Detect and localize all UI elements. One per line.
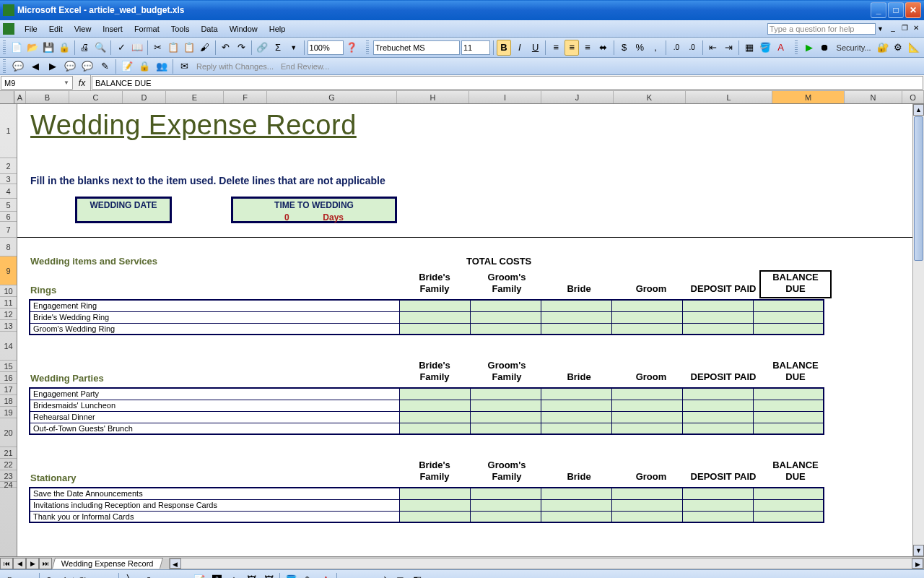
value-cell[interactable]	[753, 411, 824, 423]
help-search[interactable]	[767, 23, 876, 35]
col-header-H[interactable]: H	[397, 91, 469, 103]
value-cell[interactable]	[399, 300, 470, 311]
menu-edit[interactable]: Edit	[43, 23, 69, 35]
wedding-date-value[interactable]	[75, 212, 172, 223]
sort-button[interactable]: ▼	[287, 40, 301, 56]
research-button[interactable]: 📖	[130, 40, 144, 56]
doc-restore-button[interactable]: ❐	[899, 24, 910, 34]
line-color-button[interactable]: ✎	[300, 572, 316, 579]
value-cell[interactable]	[470, 511, 541, 522]
menu-help[interactable]: Help	[263, 23, 292, 35]
mail-button[interactable]: ✉	[176, 59, 192, 74]
value-cell[interactable]	[753, 400, 824, 411]
macro-record-icon[interactable]: ⏺	[818, 40, 832, 56]
row-header-21[interactable]: 21	[0, 447, 17, 459]
comma-button[interactable]: ,	[648, 40, 663, 56]
value-cell[interactable]	[611, 423, 682, 434]
row-header-2[interactable]: 2	[0, 158, 17, 174]
row-header-4[interactable]: 4	[0, 184, 17, 199]
value-cell[interactable]	[753, 388, 824, 400]
menu-data[interactable]: Data	[195, 23, 223, 35]
name-box[interactable]: M9 ▼	[1, 76, 73, 90]
oval-button[interactable]: ○	[174, 572, 190, 579]
value-cell[interactable]	[682, 311, 753, 323]
comment-next-button[interactable]: ▶	[45, 59, 61, 74]
decrease-indent-button[interactable]: ⇤	[705, 40, 720, 56]
value-cell[interactable]	[541, 511, 611, 522]
value-cell[interactable]	[399, 423, 470, 434]
doc-minimize-button[interactable]: _	[888, 24, 898, 34]
line-style-button[interactable]: ≡	[340, 572, 356, 579]
value-cell[interactable]	[399, 311, 470, 323]
col-header-L[interactable]: L	[686, 91, 772, 103]
scroll-up-button[interactable]: ▲	[913, 104, 924, 116]
arrow-style-button[interactable]: ⇄	[375, 572, 391, 579]
spelling-button[interactable]: ✓	[114, 40, 128, 56]
redo-button[interactable]: ↷	[235, 40, 249, 56]
menu-insert[interactable]: Insert	[97, 23, 128, 35]
select-all-corner[interactable]	[0, 91, 14, 103]
print-preview-button[interactable]: 🔍	[93, 40, 108, 56]
row-header-14[interactable]: 14	[0, 332, 17, 361]
help-dropdown-icon[interactable]: ▼	[877, 25, 884, 33]
row-header-17[interactable]: 17	[0, 384, 17, 395]
col-header-E[interactable]: E	[166, 91, 224, 103]
fill-color-draw-button[interactable]: 🪣	[283, 572, 299, 579]
row-header-7[interactable]: 7	[0, 222, 17, 238]
font-combo[interactable]	[373, 40, 460, 55]
value-cell[interactable]	[399, 499, 470, 511]
align-left-button[interactable]: ≡	[549, 40, 563, 56]
paste-button[interactable]: 📋	[182, 40, 196, 56]
value-cell[interactable]	[470, 300, 541, 311]
value-cell[interactable]	[470, 411, 541, 423]
autoshapes-menu[interactable]: AutoShapes	[60, 576, 109, 579]
copy-button[interactable]: 📋	[166, 40, 180, 56]
value-cell[interactable]	[399, 488, 470, 499]
minimize-button[interactable]: _	[871, 2, 886, 18]
value-cell[interactable]	[541, 488, 611, 499]
value-cell[interactable]	[611, 323, 682, 335]
item-label[interactable]: Thank you or Informal Cards	[30, 511, 399, 522]
col-header-G[interactable]: G	[267, 91, 397, 103]
rectangle-button[interactable]: ▭	[157, 572, 173, 579]
item-label[interactable]: Bridesmaids' Luncheon	[30, 400, 399, 411]
value-cell[interactable]	[470, 499, 541, 511]
select-objects-button[interactable]: ↖	[43, 572, 58, 579]
item-label[interactable]: Bride's Wedding Ring	[30, 311, 399, 323]
zoom-combo[interactable]	[308, 40, 344, 55]
hscroll-right-button[interactable]: ▶	[912, 558, 923, 569]
row-header-11[interactable]: 11	[0, 297, 17, 309]
item-label[interactable]: Save the Date Announcements	[30, 488, 399, 499]
col-header-F[interactable]: F	[224, 91, 267, 103]
row-header-10[interactable]: 10	[0, 285, 17, 297]
menu-file[interactable]: File	[19, 23, 43, 35]
maximize-button[interactable]: □	[888, 2, 904, 18]
value-cell[interactable]	[399, 411, 470, 423]
clipart-button[interactable]: 🖼	[243, 572, 259, 579]
format-painter-button[interactable]: 🖌	[198, 40, 212, 56]
value-cell[interactable]	[399, 323, 470, 335]
help-search-input[interactable]	[767, 23, 876, 35]
value-cell[interactable]	[611, 411, 682, 423]
dash-style-button[interactable]: ┅	[357, 572, 373, 579]
row-header-1[interactable]: 1	[0, 104, 17, 158]
row-header-12[interactable]: 12	[0, 309, 17, 320]
borders-button[interactable]: ▦	[742, 40, 757, 56]
menu-window[interactable]: Window	[224, 23, 263, 35]
col-header-J[interactable]: J	[541, 91, 614, 103]
item-label[interactable]: Engagement Party	[30, 388, 399, 400]
value-cell[interactable]	[682, 511, 753, 522]
cells-area[interactable]: Wedding Expense Record Fill in the blank…	[17, 104, 924, 556]
reply-changes-button[interactable]: Reply with Changes...	[193, 62, 276, 71]
scroll-down-button[interactable]: ▼	[913, 545, 924, 556]
comment-hide-button[interactable]: 💬	[79, 59, 95, 74]
value-cell[interactable]	[753, 311, 824, 323]
scroll-thumb[interactable]	[914, 116, 923, 261]
value-cell[interactable]	[611, 311, 682, 323]
value-cell[interactable]	[399, 400, 470, 411]
cut-button[interactable]: ✂	[151, 40, 165, 56]
value-cell[interactable]	[682, 488, 753, 499]
value-cell[interactable]	[682, 423, 753, 434]
item-label[interactable]: Engagement Ring	[30, 300, 399, 311]
increase-indent-button[interactable]: ⇥	[721, 40, 736, 56]
